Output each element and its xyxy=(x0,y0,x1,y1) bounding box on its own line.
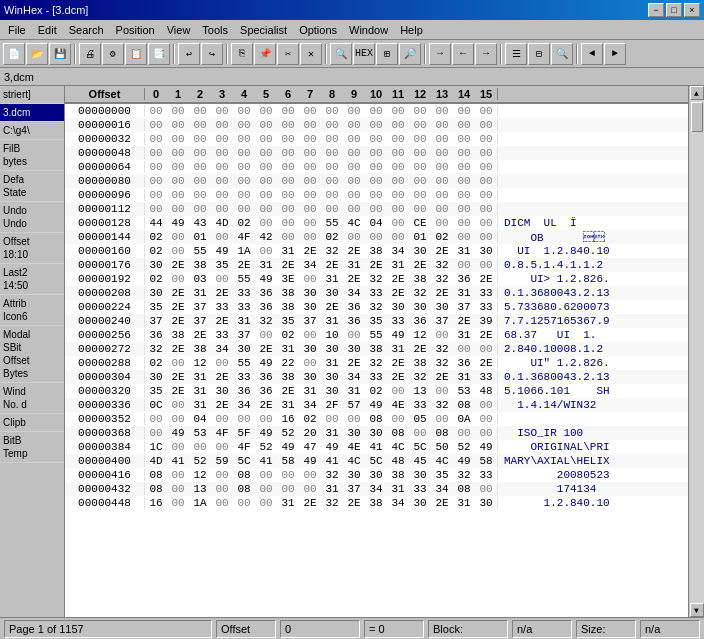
hex-byte[interactable]: 00 xyxy=(277,175,299,187)
hex-byte[interactable]: 5C xyxy=(409,441,431,453)
hex-byte[interactable]: 00 xyxy=(321,161,343,173)
hex-byte[interactable]: 00 xyxy=(387,161,409,173)
hex-byte[interactable]: 00 xyxy=(233,133,255,145)
hex-byte[interactable]: 13 xyxy=(409,385,431,397)
toolbar-nav2-btn[interactable]: ← xyxy=(452,43,474,65)
hex-byte[interactable]: 00 xyxy=(321,119,343,131)
hex-byte[interactable]: 30 xyxy=(365,469,387,481)
hex-byte[interactable]: 00 xyxy=(255,329,277,341)
scroll-track[interactable] xyxy=(690,100,704,603)
hex-byte[interactable]: 30 xyxy=(365,427,387,439)
hex-byte[interactable]: 38 xyxy=(409,357,431,369)
hex-byte[interactable]: 02 xyxy=(233,217,255,229)
hex-byte[interactable]: 2E xyxy=(211,399,233,411)
hex-byte[interactable]: 31 xyxy=(277,399,299,411)
hex-byte[interactable]: 55 xyxy=(365,329,387,341)
hex-byte[interactable]: 00 xyxy=(145,147,167,159)
hex-byte[interactable]: 00 xyxy=(365,203,387,215)
toolbar-copy-btn[interactable]: ⎘ xyxy=(231,43,253,65)
hex-byte[interactable]: 00 xyxy=(145,203,167,215)
hex-byte[interactable]: 00 xyxy=(299,119,321,131)
hex-byte[interactable]: 2E xyxy=(431,497,453,509)
hex-byte[interactable]: 32 xyxy=(431,343,453,355)
hex-byte[interactable]: 00 xyxy=(211,133,233,145)
table-row[interactable]: 0000041608001200080000003230303830353233… xyxy=(65,468,688,482)
hex-byte[interactable]: 02 xyxy=(277,329,299,341)
hex-byte[interactable]: 41 xyxy=(365,441,387,453)
row-hex-bytes[interactable]: 1C0000004F524947494E414C5C505249 xyxy=(145,441,498,453)
hex-byte[interactable]: 50 xyxy=(431,441,453,453)
toolbar-extra3-btn[interactable]: 🔍 xyxy=(551,43,573,65)
hex-byte[interactable]: 00 xyxy=(255,217,277,229)
hex-byte[interactable]: 00 xyxy=(211,105,233,117)
hex-byte[interactable]: 20 xyxy=(299,427,321,439)
hex-byte[interactable]: 33 xyxy=(475,287,497,299)
toolbar-nav-next-btn[interactable]: ► xyxy=(604,43,626,65)
hex-byte[interactable]: 41 xyxy=(167,455,189,467)
hex-byte[interactable]: 2E xyxy=(255,399,277,411)
hex-byte[interactable]: 30 xyxy=(321,371,343,383)
hex-byte[interactable]: 00 xyxy=(233,175,255,187)
table-row[interactable]: 00000160020055491A00312E322E3834302E3130… xyxy=(65,244,688,258)
hex-byte[interactable]: 00 xyxy=(299,273,321,285)
hex-byte[interactable]: 34 xyxy=(365,483,387,495)
hex-byte[interactable]: 00 xyxy=(475,343,497,355)
table-row[interactable]: 0000025636382E3337000200100055491200312E… xyxy=(65,328,688,342)
hex-byte[interactable]: 00 xyxy=(255,483,277,495)
hex-byte[interactable]: 00 xyxy=(299,231,321,243)
hex-byte[interactable]: 2F xyxy=(321,399,343,411)
hex-byte[interactable]: 49 xyxy=(365,399,387,411)
hex-byte[interactable]: 31 xyxy=(387,483,409,495)
hex-byte[interactable]: 00 xyxy=(255,105,277,117)
hex-byte[interactable]: 2E xyxy=(343,357,365,369)
hex-byte[interactable]: 4F xyxy=(233,231,255,243)
hex-byte[interactable]: 4F xyxy=(233,441,255,453)
table-row[interactable]: 000003841C0000004F524947494E414C5C505249… xyxy=(65,440,688,454)
hex-byte[interactable]: 36 xyxy=(255,371,277,383)
hex-byte[interactable]: 00 xyxy=(211,119,233,131)
hex-byte[interactable]: 35 xyxy=(145,385,167,397)
row-hex-bytes[interactable]: 00000000000000000000000000000000 xyxy=(145,133,498,145)
hex-byte[interactable]: 49 xyxy=(167,427,189,439)
hex-byte[interactable]: 08 xyxy=(145,469,167,481)
menu-edit[interactable]: Edit xyxy=(32,22,63,38)
hex-byte[interactable]: 2E xyxy=(387,287,409,299)
hex-byte[interactable]: 00 xyxy=(189,105,211,117)
hex-byte[interactable]: 00 xyxy=(343,413,365,425)
hex-byte[interactable]: 2E xyxy=(255,343,277,355)
hex-byte[interactable]: 00 xyxy=(409,105,431,117)
hex-byte[interactable]: 2E xyxy=(233,259,255,271)
hex-byte[interactable]: 36 xyxy=(145,329,167,341)
hex-byte[interactable]: 00 xyxy=(453,217,475,229)
hex-byte[interactable]: 08 xyxy=(233,469,255,481)
hex-byte[interactable]: 00 xyxy=(343,231,365,243)
hex-byte[interactable]: 00 xyxy=(277,105,299,117)
hex-byte[interactable]: 34 xyxy=(387,497,409,509)
window-close-button[interactable]: × xyxy=(684,3,700,17)
hex-byte[interactable]: 38 xyxy=(387,469,409,481)
table-row[interactable]: 000004004D4152595C415849414C5C48454C4958… xyxy=(65,454,688,468)
toolbar-extra1-btn[interactable]: ☰ xyxy=(505,43,527,65)
row-hex-bytes[interactable]: 302E312E333638303034332E322E3133 xyxy=(145,287,498,299)
hex-byte[interactable]: 00 xyxy=(387,413,409,425)
hex-byte[interactable]: 00 xyxy=(255,189,277,201)
hex-byte[interactable]: 36 xyxy=(255,287,277,299)
hex-byte[interactable]: 00 xyxy=(431,329,453,341)
hex-byte[interactable]: 49 xyxy=(211,245,233,257)
hex-byte[interactable]: 08 xyxy=(453,399,475,411)
hex-byte[interactable]: 33 xyxy=(475,301,497,313)
hex-byte[interactable]: 13 xyxy=(189,483,211,495)
menu-options[interactable]: Options xyxy=(293,22,343,38)
hex-byte[interactable]: 00 xyxy=(277,119,299,131)
hex-byte[interactable]: 02 xyxy=(145,245,167,257)
hex-byte[interactable]: 00 xyxy=(387,385,409,397)
hex-byte[interactable]: 2E xyxy=(387,357,409,369)
hex-byte[interactable]: 55 xyxy=(233,273,255,285)
hex-byte[interactable]: 00 xyxy=(321,203,343,215)
hex-byte[interactable]: 00 xyxy=(409,119,431,131)
hex-byte[interactable]: 49 xyxy=(255,273,277,285)
hex-byte[interactable]: 35 xyxy=(365,315,387,327)
row-hex-bytes[interactable]: 00000000000000000000000000000000 xyxy=(145,189,498,201)
table-row[interactable]: 000001284449434D02000000554C0400CE000000… xyxy=(65,216,688,230)
hex-byte[interactable]: 00 xyxy=(255,175,277,187)
